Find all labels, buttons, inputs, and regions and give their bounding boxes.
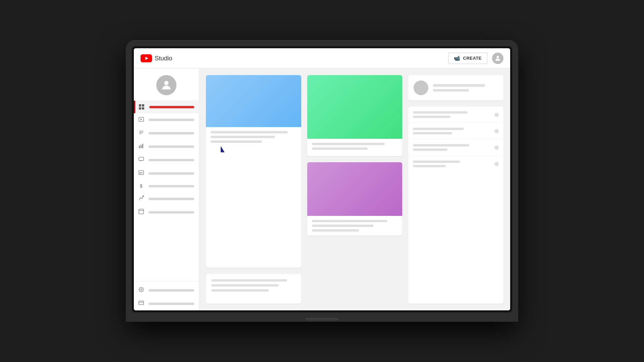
logo-area: Studio xyxy=(141,54,172,62)
svg-point-23 xyxy=(141,289,142,290)
sidebar-item-analytics[interactable] xyxy=(134,140,199,153)
svg-rect-7 xyxy=(142,107,144,110)
video-card-2[interactable] xyxy=(307,75,402,156)
list3-line2 xyxy=(413,148,447,151)
avatar-icon xyxy=(494,55,501,62)
list4-line1 xyxy=(413,161,460,163)
col2 xyxy=(307,75,402,304)
svg-rect-14 xyxy=(141,145,142,148)
list-row-3[interactable] xyxy=(408,139,503,156)
create-label: CREATE xyxy=(463,56,482,61)
sidebar-item-subtitles[interactable] xyxy=(134,167,199,180)
youtube-logo-icon xyxy=(141,54,152,62)
list4-line2 xyxy=(413,165,446,167)
card5-line2 xyxy=(312,225,374,227)
svg-point-2 xyxy=(496,56,499,58)
card1-line3 xyxy=(211,140,262,143)
feedback-icon xyxy=(139,300,144,307)
thumbnail-blue xyxy=(206,75,301,127)
list1-line1 xyxy=(413,111,468,114)
channel-name-bar xyxy=(433,84,485,87)
card1-line1 xyxy=(211,131,288,133)
settings-icon xyxy=(139,287,144,294)
list2-dot xyxy=(494,129,499,133)
col3 xyxy=(408,75,503,304)
mouse-cursor xyxy=(221,146,224,152)
channel-avatar-small xyxy=(414,80,428,95)
list1-dot xyxy=(494,113,499,117)
sidebar-profile xyxy=(134,68,199,101)
subtitles-icon xyxy=(139,170,144,177)
list1-line2 xyxy=(413,116,450,118)
sidebar-item-content[interactable] xyxy=(134,113,199,126)
sidebar-item-dashboard[interactable] xyxy=(134,101,199,113)
sidebar-item-audio[interactable] xyxy=(134,205,199,219)
list-row-4[interactable] xyxy=(408,156,503,172)
analytics-icon xyxy=(139,143,144,150)
card5-line3 xyxy=(312,229,359,232)
svg-rect-15 xyxy=(142,144,143,148)
col1 xyxy=(206,75,301,304)
card4-line2 xyxy=(211,284,279,287)
sidebar-bottom xyxy=(134,281,199,310)
svg-marker-9 xyxy=(141,118,142,120)
card5-line1 xyxy=(312,220,387,222)
audio-icon xyxy=(139,209,144,216)
card4-line3 xyxy=(211,289,269,292)
list2-line2 xyxy=(413,132,452,134)
main-content xyxy=(199,68,510,310)
card2-line2 xyxy=(312,147,368,150)
svg-rect-13 xyxy=(139,146,140,148)
dashboard-label-bar xyxy=(149,106,194,108)
card4-line1 xyxy=(211,279,287,282)
video-card-4[interactable] xyxy=(206,274,301,304)
list3-dot xyxy=(494,145,499,150)
sidebar-item-monetization[interactable]: $ xyxy=(134,180,199,192)
svg-rect-4 xyxy=(139,104,141,107)
monetization-icon: $ xyxy=(139,183,144,189)
user-avatar[interactable] xyxy=(492,53,503,64)
studio-label: Studio xyxy=(155,55,172,62)
list-card xyxy=(408,107,503,304)
list-row-2[interactable] xyxy=(408,123,503,139)
thumbnail-green xyxy=(307,75,402,139)
video-card-1[interactable] xyxy=(206,75,301,268)
video-card-5[interactable] xyxy=(307,162,402,236)
sidebar: $ xyxy=(134,68,199,310)
sidebar-item-feedback[interactable] xyxy=(134,297,199,310)
profile-icon xyxy=(160,79,173,92)
list4-dot xyxy=(494,162,499,166)
profile-avatar xyxy=(156,75,176,95)
app-header: Studio 📹 CREATE xyxy=(134,48,510,68)
svg-rect-21 xyxy=(139,209,144,214)
svg-rect-5 xyxy=(142,104,144,107)
sidebar-item-settings[interactable] xyxy=(134,284,199,297)
create-button[interactable]: 📹 CREATE xyxy=(448,53,487,64)
card1-line2 xyxy=(211,136,275,138)
sidebar-item-playlists[interactable] xyxy=(134,126,199,140)
list2-line1 xyxy=(413,128,464,130)
svg-rect-6 xyxy=(139,107,141,110)
dashboard-icon xyxy=(139,104,145,110)
thumbnail-purple xyxy=(307,162,402,216)
svg-point-20 xyxy=(143,196,144,197)
playlists-icon xyxy=(139,130,144,136)
card2-line1 xyxy=(312,143,385,145)
content-icon xyxy=(139,117,144,123)
svg-rect-24 xyxy=(139,301,144,305)
channel-sub-bar xyxy=(433,89,469,92)
create-camera-icon: 📹 xyxy=(454,55,461,61)
comments-icon xyxy=(139,157,144,163)
sidebar-nav: $ xyxy=(134,101,199,219)
svg-point-3 xyxy=(164,81,169,85)
list3-line1 xyxy=(413,144,469,146)
list-row-1[interactable] xyxy=(408,107,503,123)
sidebar-item-customization[interactable] xyxy=(134,192,199,205)
svg-rect-16 xyxy=(139,157,144,161)
header-actions: 📹 CREATE xyxy=(448,53,503,64)
channel-info-card[interactable] xyxy=(408,75,503,101)
sidebar-item-comments[interactable] xyxy=(134,153,199,167)
laptop-screen: Studio 📹 CREATE xyxy=(132,46,512,312)
customization-icon xyxy=(139,195,144,202)
